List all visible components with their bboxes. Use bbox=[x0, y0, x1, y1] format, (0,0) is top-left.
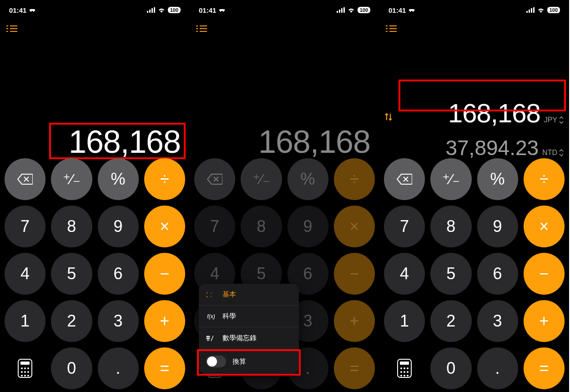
wifi-icon bbox=[348, 7, 355, 13]
percent-button[interactable]: % bbox=[288, 158, 328, 200]
mode-switch-button[interactable] bbox=[384, 347, 425, 389]
signal-icon bbox=[526, 7, 535, 13]
digit-0[interactable]: 0 bbox=[430, 347, 471, 389]
decimal-button[interactable]: . bbox=[477, 347, 518, 389]
mode-switch-button[interactable] bbox=[5, 347, 45, 389]
svg-rect-34 bbox=[526, 11, 528, 13]
history-icon[interactable] bbox=[6, 25, 17, 35]
output-currency-label: NTD bbox=[542, 149, 557, 157]
minus-button[interactable]: − bbox=[144, 253, 185, 295]
keypad: ⁺∕₋ % ÷ 7 8 9 × 4 5 6 − 1 2 3 + 0 . = bbox=[0, 158, 190, 389]
svg-rect-3 bbox=[154, 7, 155, 13]
plus-button[interactable]: + bbox=[144, 300, 185, 342]
svg-point-14 bbox=[27, 375, 29, 377]
input-currency-picker[interactable]: JPY bbox=[544, 116, 564, 124]
digit-7[interactable]: 7 bbox=[194, 206, 235, 247]
digit-4[interactable]: 4 bbox=[5, 253, 45, 295]
digit-5[interactable]: 5 bbox=[430, 253, 471, 295]
multiply-button[interactable]: × bbox=[144, 206, 185, 247]
mode-scientific[interactable]: f(x) 科學 bbox=[199, 306, 299, 327]
equals-button[interactable]: = bbox=[334, 347, 375, 389]
digit-4[interactable]: 4 bbox=[384, 253, 425, 295]
digit-6[interactable]: 6 bbox=[98, 253, 139, 295]
digit-6[interactable]: 6 bbox=[477, 253, 518, 295]
svg-point-9 bbox=[21, 371, 23, 373]
digit-9[interactable]: 9 bbox=[98, 206, 139, 247]
decimal-button[interactable]: . bbox=[98, 347, 139, 389]
digit-9[interactable]: 9 bbox=[477, 206, 518, 247]
mode-convert[interactable]: 換算 bbox=[199, 349, 299, 374]
svg-point-46 bbox=[400, 375, 402, 377]
do-not-disturb-icon bbox=[219, 8, 225, 13]
svg-rect-5 bbox=[20, 362, 30, 365]
digit-8[interactable]: 8 bbox=[430, 206, 471, 247]
display-area: 168,168 bbox=[190, 36, 379, 160]
equals-button[interactable]: = bbox=[144, 347, 185, 389]
digit-7[interactable]: 7 bbox=[5, 206, 45, 247]
svg-point-43 bbox=[400, 371, 402, 373]
digit-1[interactable]: 1 bbox=[5, 300, 45, 342]
plus-button[interactable]: + bbox=[524, 300, 565, 342]
svg-point-6 bbox=[21, 367, 23, 369]
svg-point-45 bbox=[407, 371, 409, 373]
screen-basic: 01:41 100 168,168 ⁺∕₋ % ÷ 7 8 9 bbox=[0, 0, 190, 392]
digit-7[interactable]: 7 bbox=[384, 206, 425, 247]
divide-button[interactable]: ÷ bbox=[524, 158, 565, 200]
svg-point-10 bbox=[24, 371, 26, 373]
plus-minus-button[interactable]: ⁺∕₋ bbox=[430, 158, 471, 200]
status-bar: 01:41 100 bbox=[190, 0, 379, 20]
svg-rect-0 bbox=[147, 11, 148, 13]
percent-button[interactable]: % bbox=[477, 158, 518, 200]
svg-rect-2 bbox=[151, 8, 153, 13]
plus-minus-button[interactable]: ⁺∕₋ bbox=[51, 158, 92, 200]
svg-point-7 bbox=[24, 367, 26, 369]
digit-3[interactable]: 3 bbox=[98, 300, 139, 342]
digit-2[interactable]: 2 bbox=[430, 300, 471, 342]
mode-scientific-label: 科學 bbox=[222, 312, 236, 321]
plus-button[interactable]: + bbox=[334, 300, 375, 342]
svg-rect-35 bbox=[529, 10, 530, 13]
backspace-button[interactable] bbox=[194, 158, 235, 200]
divide-button[interactable]: ÷ bbox=[334, 158, 375, 200]
divide-button[interactable]: ÷ bbox=[144, 158, 185, 200]
equals-button[interactable]: = bbox=[524, 347, 565, 389]
keypad: ⁺∕₋ % ÷ 7 8 9 × 4 5 6 − 1 2 3 + 0 . = bbox=[379, 158, 569, 389]
basic-icon: +−×÷ bbox=[206, 291, 216, 298]
minus-button[interactable]: − bbox=[524, 253, 565, 295]
mode-convert-label: 換算 bbox=[232, 357, 246, 366]
multiply-button[interactable]: × bbox=[524, 206, 565, 247]
mode-basic[interactable]: +−×÷ 基本 bbox=[199, 284, 299, 306]
status-time: 01:41 bbox=[388, 6, 406, 14]
input-value: 168,168 bbox=[448, 98, 540, 128]
signal-icon bbox=[337, 7, 345, 13]
svg-text:+: + bbox=[206, 291, 208, 295]
svg-point-40 bbox=[400, 367, 402, 369]
digit-8[interactable]: 8 bbox=[241, 206, 282, 247]
history-icon[interactable] bbox=[196, 25, 207, 35]
output-currency-picker[interactable]: NTD bbox=[542, 149, 564, 157]
multiply-button[interactable]: × bbox=[334, 206, 375, 247]
history-icon[interactable] bbox=[386, 25, 397, 35]
backspace-button[interactable] bbox=[384, 158, 425, 200]
battery-pill: 100 bbox=[547, 7, 560, 13]
screen-convert: 01:41 100 168,168 JPY 37,894.23 N bbox=[379, 0, 569, 392]
digit-8[interactable]: 8 bbox=[51, 206, 92, 247]
mode-mathnotes-label: 數學備忘錄 bbox=[222, 334, 257, 342]
plus-minus-button[interactable]: ⁺∕₋ bbox=[241, 158, 282, 200]
mode-mathnotes[interactable]: 數學備忘錄 bbox=[199, 327, 299, 349]
convert-toggle[interactable] bbox=[206, 356, 226, 367]
svg-point-47 bbox=[404, 375, 405, 377]
percent-button[interactable]: % bbox=[98, 158, 139, 200]
digit-3[interactable]: 3 bbox=[477, 300, 518, 342]
digit-9[interactable]: 9 bbox=[288, 206, 328, 247]
wifi-icon bbox=[537, 7, 545, 13]
digit-2[interactable]: 2 bbox=[51, 300, 92, 342]
digit-5[interactable]: 5 bbox=[51, 253, 92, 295]
digit-0[interactable]: 0 bbox=[51, 347, 92, 389]
swap-icon[interactable] bbox=[384, 112, 393, 121]
svg-rect-16 bbox=[339, 10, 340, 13]
display-value: 168,168 bbox=[69, 124, 181, 160]
digit-1[interactable]: 1 bbox=[384, 300, 425, 342]
backspace-button[interactable] bbox=[5, 158, 45, 200]
minus-button[interactable]: − bbox=[334, 253, 375, 295]
